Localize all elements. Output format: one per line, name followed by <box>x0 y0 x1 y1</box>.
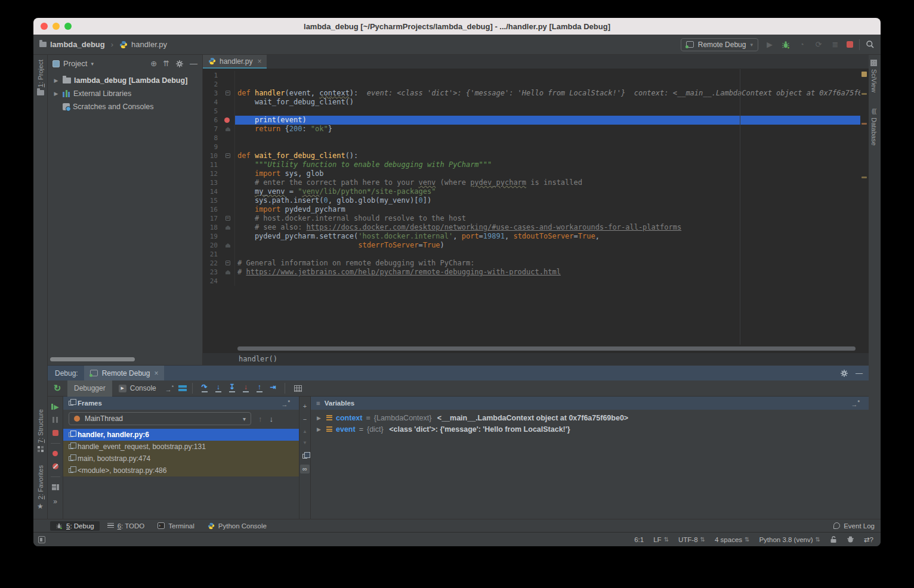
status-6-1[interactable]: 6:1 <box>634 536 644 543</box>
variable-row[interactable]: ▶event = {dict} <class 'dict'>: {'messag… <box>311 423 869 435</box>
line-number[interactable]: 1 <box>203 71 223 80</box>
line-number[interactable]: 8 <box>203 134 223 143</box>
fold-gutter[interactable] <box>223 169 235 178</box>
view-breakpoints-button[interactable] <box>53 451 58 456</box>
code-line-17[interactable]: 17− # host.docker.internal should resolv… <box>203 214 860 223</box>
tree-item-lambda_debug[interactable]: ▶lambda_debug [Lambda Debug] <box>48 74 202 87</box>
code-text[interactable]: # host.docker.internal should resolve to… <box>235 214 860 223</box>
code-line-24[interactable]: 24 <box>203 277 860 286</box>
variable-row[interactable]: ▶context = {LambdaContext} <__main__.Lam… <box>311 412 869 423</box>
code-line-23[interactable]: 23# https://www.jetbrains.com/help/pycha… <box>203 268 860 277</box>
stripe-item-sciview[interactable]: SciView <box>870 60 878 92</box>
stripe-item-database[interactable]: (((Database <box>870 108 878 146</box>
fold-gutter[interactable] <box>223 134 235 143</box>
stripe-mark[interactable] <box>861 123 867 125</box>
close-window-button[interactable] <box>41 23 48 30</box>
fold-gutter[interactable] <box>223 80 235 89</box>
toolwindow-button-terminal[interactable]: ›Terminal <box>152 521 199 531</box>
stop-button[interactable] <box>847 41 853 48</box>
fold-gutter[interactable] <box>223 143 235 151</box>
code-text[interactable] <box>235 143 860 151</box>
event-log-button[interactable]: Event Log <box>833 522 875 530</box>
stripe-item-structure[interactable]: 7: Structure <box>37 409 44 452</box>
frame-row[interactable]: handler, handler.py:6 <box>63 429 299 441</box>
profiler-button[interactable]: ◔ <box>796 40 807 49</box>
code-text[interactable] <box>235 134 860 143</box>
fold-gutter[interactable]: − <box>223 151 235 160</box>
toolwindow-toggle-icon[interactable] <box>38 536 45 543</box>
breadcrumb-file[interactable]: handler.py <box>131 40 167 49</box>
step-into-my-code-button[interactable]: ↧ <box>227 383 237 393</box>
code-line-16[interactable]: 16 import pydevd_pycharm <box>203 205 860 214</box>
line-number[interactable]: 2 <box>203 80 223 89</box>
project-panel-title[interactable]: Project <box>63 59 87 68</box>
show-watches-in-variables-button[interactable]: ∞ <box>300 465 310 474</box>
pin-icon[interactable]: →* <box>281 399 290 408</box>
code-line-20[interactable]: 20 stderrToServer=True) <box>203 241 860 250</box>
fold-end-icon[interactable] <box>226 243 230 247</box>
code-line-21[interactable]: 21 <box>203 250 860 259</box>
line-number[interactable]: 11 <box>203 160 223 169</box>
stripe-mark[interactable] <box>861 177 867 178</box>
close-session-icon[interactable]: × <box>154 369 158 377</box>
line-number[interactable]: 5 <box>203 107 223 116</box>
fold-gutter[interactable] <box>223 160 235 169</box>
step-into-button[interactable]: ↓ <box>213 383 223 393</box>
fold-gutter[interactable] <box>223 223 235 232</box>
next-frame-button[interactable]: ↓ <box>270 414 274 423</box>
run-with-list-button[interactable]: ≣ <box>830 40 841 49</box>
tab-debugger[interactable]: Debugger <box>67 380 112 397</box>
fold-gutter[interactable] <box>223 125 235 134</box>
help-arrows-icon[interactable]: ⇄? <box>864 536 873 544</box>
status-lf[interactable]: LF⇅ <box>653 536 669 543</box>
fold-gutter[interactable] <box>223 250 235 259</box>
code-line-15[interactable]: 15 sys.path.insert(0, glob.glob(my_venv)… <box>203 196 860 205</box>
fold-gutter[interactable] <box>223 196 235 205</box>
tab-console[interactable]: ▶Console <box>112 380 163 397</box>
move-watch-up-button[interactable]: ▲ <box>302 429 307 434</box>
code-line-6[interactable]: 6 print(event) <box>203 116 860 125</box>
fold-gutter[interactable] <box>223 268 235 277</box>
code-line-2[interactable]: 2 <box>203 80 860 89</box>
code-line-9[interactable]: 9 <box>203 143 860 151</box>
code-line-13[interactable]: 13 # enter the correct path here to your… <box>203 178 860 187</box>
tree-item-external[interactable]: ▶External Libraries <box>48 87 202 100</box>
tree-item-scratches[interactable]: Scratches and Consoles <box>48 100 202 113</box>
fold-gutter[interactable]: − <box>223 214 235 223</box>
code-line-14[interactable]: 14 my_venv = "venv/lib/python*/site-pack… <box>203 187 860 196</box>
line-number[interactable]: 12 <box>203 169 223 178</box>
code-line-11[interactable]: 11 """Utility function to enable debuggi… <box>203 160 860 169</box>
stripe-mark[interactable] <box>861 93 867 95</box>
stripe-item-project[interactable]: 1: Project <box>37 60 44 95</box>
toolwindow-button-debug[interactable]: 5: Debug <box>50 521 100 531</box>
pause-program-button[interactable] <box>53 417 58 423</box>
line-number[interactable]: 23 <box>203 268 223 277</box>
frame-row[interactable]: <module>, bootstrap.py:486 <box>63 465 299 476</box>
toolwindow-button-todo[interactable]: 6: TODO <box>102 521 150 531</box>
code-line-12[interactable]: 12 import sys, glob <box>203 169 860 178</box>
hide-debug-button[interactable]: — <box>856 369 863 377</box>
fold-gutter[interactable]: − <box>223 89 235 98</box>
gear-icon[interactable] <box>840 369 848 377</box>
fold-gutter[interactable] <box>223 178 235 187</box>
run-configuration-select[interactable]: Remote Debug ▾ <box>681 38 758 51</box>
code-text[interactable]: return {200: "ok"} <box>235 125 860 134</box>
chevron-down-icon[interactable]: ▾ <box>91 61 94 67</box>
fold-end-icon[interactable] <box>226 225 230 230</box>
more-actions-button[interactable]: » <box>53 497 57 506</box>
error-stripe[interactable] <box>860 69 869 345</box>
expand-icon[interactable]: ▶ <box>53 78 60 83</box>
hector-inspector-icon[interactable] <box>847 536 854 543</box>
line-number[interactable]: 21 <box>203 250 223 259</box>
code-text[interactable]: # https://www.jetbrains.com/help/pycharm… <box>235 268 860 277</box>
variables-menu-icon[interactable]: ≡ <box>316 400 320 407</box>
fold-gutter[interactable] <box>223 205 235 214</box>
editor-tab-handler-py[interactable]: handler.py × <box>203 55 267 69</box>
minimize-window-button[interactable] <box>53 23 60 30</box>
force-step-into-button[interactable]: ↓ <box>240 383 251 393</box>
line-number[interactable]: 4 <box>203 98 223 107</box>
close-tab-icon[interactable]: × <box>257 57 261 66</box>
fold-end-icon[interactable] <box>226 270 230 274</box>
expand-icon[interactable]: ▶ <box>53 91 60 97</box>
fold-open-icon[interactable]: − <box>226 216 230 221</box>
